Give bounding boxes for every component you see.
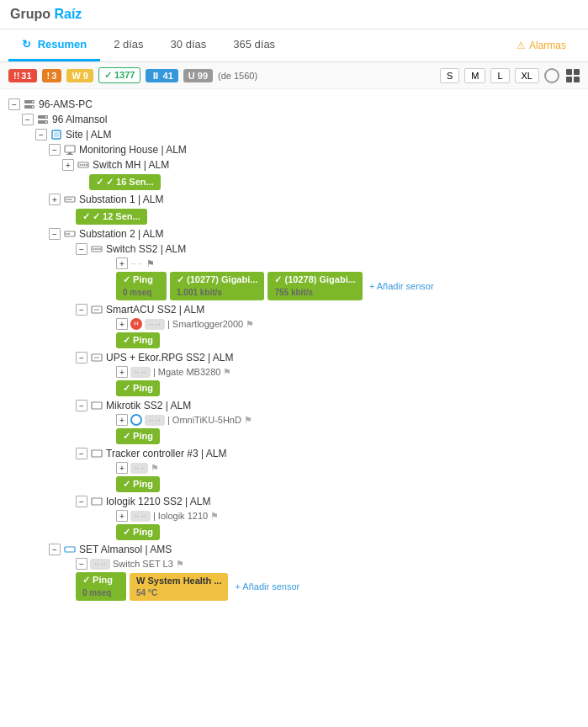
svg-rect-37 [65, 547, 75, 552]
ss2-giga2-pill[interactable]: ✓ (10278) Gigabi... 755 kbit/s [268, 272, 362, 300]
tracker-device-row: + ·· · ⚑ [116, 461, 580, 475]
node-monitoring-house: − Monitoring House | ALM + [49, 142, 580, 190]
size-xl-button[interactable]: XL [515, 68, 539, 83]
set-ping-pill[interactable]: ✓ ✓ PingPing 0 mseq [76, 572, 126, 601]
ups-ping-pill[interactable]: ✓ Ping [116, 380, 160, 396]
svg-rect-12 [66, 154, 73, 155]
label-tracker[interactable]: Tracker controller #3 | ALM [106, 448, 226, 459]
node-96almansol: − 96 Almansol − Site | ALM [22, 112, 580, 601]
mikrotik-device-label: | OmniTiKU-5HnD [167, 415, 241, 425]
set-add-sensor-btn[interactable]: + Añadir sensor [235, 581, 299, 592]
label-substation2[interactable]: Substation 2 | ALM [79, 228, 164, 240]
label-96almansol[interactable]: 96 Almansol [52, 114, 107, 125]
label-set-almansol: SET Almansol | AMS [79, 544, 172, 555]
node-site: − Site | ALM − Monitoring House | ALM [35, 127, 580, 601]
size-s-button[interactable]: S [440, 68, 459, 83]
smartacu-ping-pill[interactable]: ✓ Ping [116, 332, 160, 348]
expand-site[interactable]: − [35, 129, 47, 141]
tab-alarmas[interactable]: ⚠ Alarmas [503, 31, 580, 60]
iologik-ip: ·· ·· [130, 511, 151, 522]
ss2-add-sensor-btn[interactable]: + Añadir sensor [369, 281, 434, 291]
badge-warning-orange[interactable]: ! 3 [42, 69, 62, 82]
tracker-ping-pill[interactable]: ✓ Ping [116, 476, 160, 492]
svg-point-24 [68, 233, 70, 235]
expand-substation2[interactable]: − [49, 228, 61, 240]
label-switch-mh[interactable]: Switch MH | ALM [93, 159, 169, 171]
expand-monitoring-house[interactable]: − [49, 144, 61, 156]
node-mikrotik: − Mikrotik SS2 | ALM + ·· ·· | OmniTiKU-… [76, 398, 580, 444]
iologik-icon [90, 495, 103, 508]
expand-iologik-device[interactable]: + [116, 510, 128, 522]
expand-ups[interactable]: − [76, 352, 87, 364]
mikrotik-ping-pill[interactable]: ✓ Ping [116, 428, 160, 444]
expand-switch-ss2[interactable]: − [76, 243, 87, 255]
expand-96ams-pc[interactable]: − [8, 98, 20, 110]
size-m-button[interactable]: M [464, 68, 485, 83]
label-ups[interactable]: UPS + Ekor.RPG SS2 | ALM [106, 352, 234, 364]
expand-ups-device[interactable]: + [116, 366, 128, 378]
badge-unknown[interactable]: U 99 [183, 69, 213, 82]
label-site[interactable]: Site | ALM [66, 129, 111, 141]
svg-point-2 [32, 101, 34, 103]
toolbar: !! 31 ! 3 W 9 ✓ 1377 ⏸ 41 U 99 (de 1560)… [0, 62, 588, 89]
tab-resumen[interactable]: ↻ Resumen [8, 29, 100, 61]
expand-smartacu[interactable]: − [76, 304, 87, 316]
label-monitoring-house[interactable]: Monitoring House | ALM [79, 144, 187, 156]
substation1-icon [63, 193, 77, 206]
expand-set-almansol[interactable]: − [49, 544, 61, 555]
set-icon [63, 543, 77, 556]
grid-icon[interactable] [566, 69, 580, 82]
substation1-sensor-pill[interactable]: ✓ ✓ 12 Sen... [76, 209, 147, 225]
node-96ams-pc: − 96-AMS-PC − 96 Almansol − [8, 97, 580, 601]
label-smartacu[interactable]: SmartACU SS2 | ALM [106, 304, 204, 316]
set-system-pill[interactable]: W System Health ... 54 °C [130, 573, 228, 601]
badge-error[interactable]: !! 31 [8, 69, 37, 82]
svg-point-26 [93, 248, 95, 250]
expand-switch-ss2-device[interactable]: + [116, 257, 128, 269]
expand-tracker-device[interactable]: + [116, 462, 128, 474]
svg-point-23 [66, 233, 68, 235]
iologik-ping-pill[interactable]: ✓ Ping [116, 524, 160, 540]
ss2-ping-pill[interactable]: ✓ Ping 0 mseq [116, 272, 167, 300]
expand-mikrotik-device[interactable]: + [116, 414, 128, 426]
gear-icon[interactable] [544, 68, 559, 83]
switch-mh-sensor-pill[interactable]: ✓ ✓ 16 Sen... [89, 174, 161, 190]
header-logo: Grupo Raíz [10, 7, 82, 22]
mikrotik-ip: ·· ·· [145, 415, 165, 426]
expand-switch-mh[interactable]: + [62, 159, 74, 171]
globe-icon [130, 414, 142, 426]
expand-mikrotik[interactable]: − [76, 400, 87, 411]
tab-30dias[interactable]: 30 días [157, 29, 220, 61]
badge-pause[interactable]: ⏸ 41 [146, 69, 177, 82]
switch-icon [77, 158, 90, 172]
expand-set-device[interactable]: − [76, 558, 87, 570]
smartacu-ip: ·· ·· [145, 319, 165, 330]
label-substation1[interactable]: Substation 1 | ALM [79, 194, 164, 205]
tab-365dias[interactable]: 365 días [220, 29, 289, 61]
expand-substation1[interactable]: + [49, 194, 61, 205]
expand-smartacu-device[interactable]: + [116, 318, 128, 330]
label-iologik[interactable]: Iologik 1210 SS2 | ALM [106, 496, 211, 507]
ss2-giga1-pill[interactable]: ✓ (10277) Gigabi... 1.001 kbit/s [170, 272, 264, 300]
switch-mh-sensors: ✓ ✓ 16 Sen... [89, 174, 580, 190]
server-icon-2 [36, 113, 50, 126]
badge-warning-yellow[interactable]: W 9 [66, 69, 93, 82]
label-96ams-pc[interactable]: 96-AMS-PC [39, 98, 93, 110]
tab-2dias[interactable]: 2 días [100, 29, 156, 61]
label-switch-ss2[interactable]: Switch SS2 | ALM [106, 243, 186, 255]
ups-sensors: ✓ Ping [116, 380, 580, 396]
node-substation1: + Substation 1 | ALM ✓ ✓ 12 Sen... [49, 192, 580, 225]
svg-rect-36 [92, 498, 102, 505]
expand-iologik[interactable]: − [76, 496, 87, 507]
svg-rect-11 [68, 152, 72, 154]
label-mikrotik[interactable]: Mikrotik SS2 | ALM [106, 400, 191, 411]
expand-96almansol[interactable]: − [22, 114, 34, 125]
mikrotik-device-row: + ·· ·· | OmniTiKU-5HnD ⚑ [116, 413, 580, 427]
size-l-button[interactable]: L [490, 68, 509, 83]
site-icon [50, 128, 63, 141]
expand-tracker[interactable]: − [76, 448, 87, 459]
tracker-icon [90, 447, 103, 460]
badge-ok[interactable]: ✓ 1377 [98, 67, 141, 83]
svg-point-28 [98, 248, 99, 250]
set-device-row: − ·· ·· Switch SET L3 ⚑ [76, 557, 580, 570]
